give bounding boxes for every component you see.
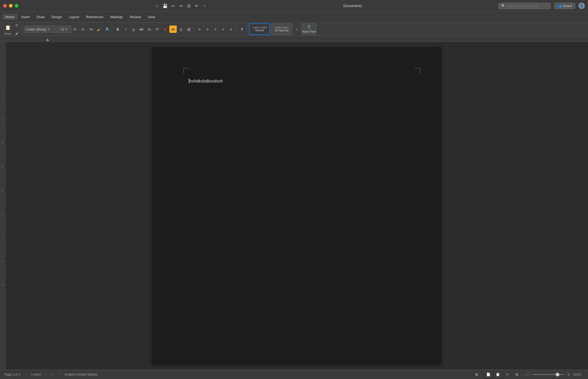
print-icon[interactable]: 🖨 — [186, 3, 191, 8]
traffic-lights — [3, 4, 18, 8]
focus-button[interactable]: ⊞ — [473, 371, 480, 378]
paste-group: 📋 Paste ⎘ 🖌 — [2, 24, 22, 34]
style-normal[interactable]: AaBbCcDdEe Normal — [249, 23, 270, 35]
superscript-button[interactable]: X² — [154, 25, 161, 33]
justify-button[interactable]: ≡ — [220, 25, 227, 33]
style-no-spacing[interactable]: AaBbCcDdEe No Spacing — [271, 23, 292, 35]
normal-preview: AaBbCcDdEe — [252, 26, 267, 29]
ruler-mark-4: 4 — [0, 165, 5, 168]
align-center-button[interactable]: ≡ — [204, 25, 211, 33]
search-box[interactable]: 🔍 — [498, 3, 551, 9]
menu-references[interactable]: References — [83, 14, 107, 20]
ruler-mark-7: 7 — [0, 236, 5, 239]
view-mode-button-3[interactable]: ≡ — [504, 371, 511, 378]
zoom-slider[interactable] — [532, 374, 564, 375]
styles-nav-prev[interactable]: › — [293, 25, 301, 33]
customize-icon[interactable]: ✏ — [194, 3, 199, 8]
left-ruler: 1 2 3 4 5 6 7 8 9 — [0, 42, 5, 370]
share-button[interactable]: 👥 Share — [554, 3, 575, 9]
document-content[interactable]: hshdkshdksvdsvh — [152, 47, 441, 105]
menu-draw[interactable]: Draw — [33, 14, 48, 20]
increase-font-button[interactable]: A↑ — [72, 25, 79, 33]
paragraph-group: ≡ ≡ ≡ ≡ ≡ — [195, 24, 236, 34]
zoom-thumb[interactable] — [556, 373, 559, 376]
italic-button[interactable]: I — [122, 25, 129, 33]
menu-review[interactable]: Review — [126, 14, 144, 20]
proofing-icon-area[interactable]: ✓ — [51, 373, 54, 376]
zoom-level: 152% — [573, 373, 584, 376]
distributed-button[interactable]: ≡ — [227, 25, 235, 33]
change-case-button[interactable]: Aa — [88, 25, 95, 33]
ruler-mark-3: 3 — [0, 142, 5, 144]
ruler-content — [11, 36, 588, 42]
maximize-button[interactable] — [15, 4, 18, 8]
ruler-mark-5: 5 — [0, 189, 5, 192]
format-painter-button[interactable]: 🖌 — [13, 29, 21, 37]
titlebar-icons: ⌂ 💾 ↩ ↪ 🖨 ✏ › — [155, 3, 207, 8]
toolbar: 📋 Paste ⎘ 🖌 Calibri (Body) ▼ 12 ▼ A↑ A↓ … — [0, 22, 588, 36]
size-chevron-icon: ▼ — [65, 28, 68, 31]
underline-button[interactable]: U — [130, 25, 137, 33]
align-right-button[interactable]: ≡ — [212, 25, 219, 33]
more-icon[interactable]: › — [202, 3, 207, 8]
no-spacing-preview: AaBbCcDdEe — [274, 26, 289, 29]
align-left-button[interactable]: ≡ — [196, 25, 203, 33]
view-mode-button-2[interactable]: 📋 — [494, 371, 501, 378]
decrease-font-button[interactable]: A↓ — [80, 25, 87, 33]
highlight-button[interactable]: ab — [169, 25, 177, 33]
font-chevron-icon: ▼ — [48, 28, 50, 31]
word-count: 1 word — [31, 373, 40, 376]
status-divider-4 — [482, 372, 483, 377]
styles-pane-button[interactable]: ¶ Styles Pane — [302, 23, 316, 35]
document-page[interactable]: hshdkshdksvdsvh — [152, 47, 441, 364]
styles-pane-icon: ¶ — [308, 25, 310, 30]
font-size-select[interactable]: 12 ▼ — [59, 26, 71, 33]
minimize-button[interactable] — [9, 4, 13, 8]
ruler-mark-2: 2 — [0, 118, 5, 121]
focus-icon: ⊞ — [475, 372, 478, 376]
user-avatar[interactable]: 👤 — [579, 3, 585, 9]
menu-design[interactable]: Design — [48, 14, 65, 20]
font-color-button[interactable]: A — [161, 25, 169, 33]
ruler-mark-6: 6 — [0, 213, 5, 215]
view-mode-button-4[interactable]: ⊞ — [513, 371, 520, 378]
proofing-icon: ✓ — [51, 373, 54, 376]
paste-label: Paste — [4, 32, 11, 35]
show-formatting-button[interactable]: ¶ — [238, 25, 246, 33]
title-bar-right: 🔍 👥 Share 👤 — [498, 3, 585, 9]
paste-button[interactable]: 📋 — [3, 23, 13, 32]
text-cursor — [189, 79, 189, 83]
text-effects-button[interactable]: A — [103, 25, 111, 33]
view-mode-button-1[interactable]: 📄 — [485, 371, 492, 378]
menu-view[interactable]: View — [145, 14, 158, 20]
title-bar: ⌂ 💾 ↩ ↪ 🖨 ✏ › Document1 🔍 👥 Share 👤 — [0, 0, 588, 12]
clear-format-button[interactable]: 🧹 — [95, 25, 103, 33]
strikethrough-button[interactable]: ab — [138, 25, 145, 33]
canvas-area: hshdkshdksvdsvh — [5, 42, 588, 370]
zoom-in-button[interactable]: + — [566, 372, 571, 377]
home-icon[interactable]: ⌂ — [155, 3, 160, 8]
undo-icon[interactable]: ↩ — [170, 3, 176, 8]
no-spacing-label: No Spacing — [275, 29, 288, 32]
redo-icon[interactable]: ↪ — [178, 3, 184, 8]
zoom-out-button[interactable]: – — [525, 372, 530, 377]
menu-layout[interactable]: Layout — [66, 14, 82, 20]
language-text: English (United States) — [65, 373, 97, 376]
search-input[interactable] — [507, 4, 549, 8]
bold-button[interactable]: B — [114, 25, 121, 33]
styles-pane-label: Styles Pane — [302, 30, 316, 33]
menu-home[interactable]: Home — [2, 14, 18, 20]
ruler-mark-1: 1 — [0, 94, 5, 97]
char-shading-button[interactable]: ▤ — [185, 25, 192, 33]
show-hide-group: ¶ — [237, 24, 247, 34]
font-family-select[interactable]: Calibri (Body) ▼ — [24, 26, 58, 33]
menu-insert[interactable]: Insert — [18, 14, 33, 20]
status-bar: Page 1 of 1 1 word ✓ English (United Sta… — [0, 370, 588, 379]
copy-button[interactable]: ⎘ — [13, 22, 21, 29]
text-border-button[interactable]: A̲ — [177, 25, 185, 33]
save-icon[interactable]: 💾 — [163, 3, 168, 8]
menu-mailings[interactable]: Mailings — [107, 14, 126, 20]
subscript-button[interactable]: X₂ — [146, 25, 153, 33]
menu-bar: Home Insert Draw Design Layout Reference… — [0, 12, 588, 22]
close-button[interactable] — [3, 4, 7, 8]
